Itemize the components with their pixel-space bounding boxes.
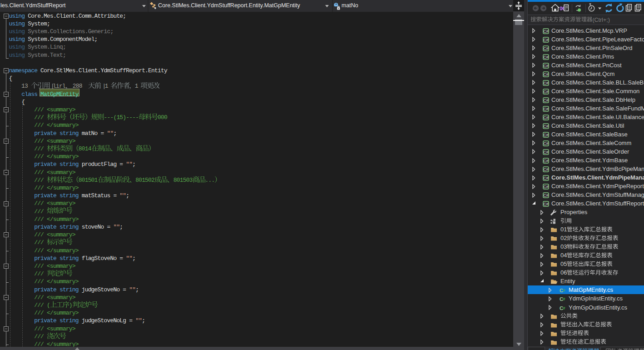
- svg-text:#: #: [563, 305, 565, 310]
- svg-text:C#: C#: [544, 150, 549, 155]
- svg-text:C#: C#: [544, 141, 549, 146]
- svg-text:C#: C#: [544, 202, 549, 206]
- svg-text:#: #: [563, 297, 565, 301]
- svg-text:C#: C#: [544, 124, 549, 129]
- svg-text:C#: C#: [544, 98, 549, 103]
- svg-text:C#: C#: [544, 185, 549, 189]
- svg-text:C#: C#: [544, 133, 549, 137]
- svg-text:C#: C#: [544, 167, 549, 172]
- svg-text:C#: C#: [544, 90, 549, 94]
- svg-text:C#: C#: [544, 159, 549, 163]
- svg-text:C#: C#: [544, 46, 549, 50]
- svg-text:C#: C#: [544, 37, 549, 42]
- svg-text:C#: C#: [544, 55, 549, 59]
- svg-text:C#: C#: [544, 29, 549, 33]
- svg-text:C#: C#: [544, 72, 549, 77]
- svg-text:C#: C#: [544, 176, 549, 180]
- svg-text:C#: C#: [544, 63, 549, 68]
- svg-text:#: #: [563, 288, 565, 293]
- svg-text:C#: C#: [544, 193, 549, 198]
- svg-text:C#: C#: [544, 115, 549, 120]
- svg-text:C#: C#: [544, 81, 549, 85]
- svg-text:C#: C#: [544, 107, 549, 111]
